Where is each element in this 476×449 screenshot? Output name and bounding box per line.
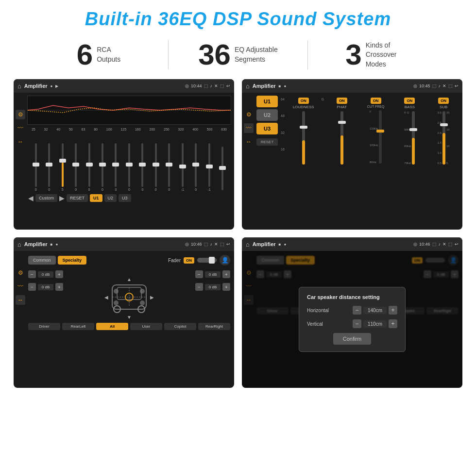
home-icon-s4[interactable]: ⌂ (246, 241, 250, 248)
loudness-slider[interactable] (302, 111, 305, 165)
eq-slider-6[interactable]: 0 (110, 143, 121, 191)
screen3-content: ⚙ 〰 ↔ Common Specialty Fader ON (14, 251, 234, 388)
horizontal-minus-btn[interactable]: − (353, 306, 361, 315)
close-icon-s3[interactable]: ✕ (214, 242, 218, 247)
close-icon-s1[interactable]: ✕ (214, 83, 218, 88)
rearright-btn-s3[interactable]: RearRight (198, 323, 230, 330)
u2-btn[interactable]: U2 (104, 194, 117, 202)
screen1-time: 10:44 (191, 83, 202, 88)
vertical-minus-btn[interactable]: − (353, 319, 361, 328)
user-btn-s3[interactable]: User (130, 323, 162, 330)
eq-slider-13[interactable]: -1 (204, 143, 215, 191)
u3-crossover-btn[interactable]: U3 (256, 123, 278, 134)
u1-crossover-btn[interactable]: U1 (256, 96, 278, 107)
eq-icon-s3[interactable]: ⚙ (16, 268, 25, 278)
specialty-tab-s3[interactable]: Specialty (58, 256, 87, 265)
custom-btn[interactable]: Custom (35, 194, 57, 202)
common-tab-s3[interactable]: Common (28, 256, 56, 265)
vol-plus-rl[interactable]: + (55, 283, 63, 291)
loudness-on-badge[interactable]: ON (298, 98, 309, 104)
vol-row-fr: − 0 dB + (195, 270, 230, 278)
horizontal-plus-btn[interactable]: + (389, 306, 397, 315)
home-icon-s2[interactable]: ⌂ (246, 83, 250, 90)
vol-minus-fl[interactable]: − (28, 270, 36, 278)
speaker-icon-s2[interactable]: ↔ (244, 137, 254, 147)
eq-slider-7[interactable]: 0 (124, 143, 135, 191)
prev-icon[interactable]: ◀ (28, 194, 34, 202)
speaker-icon-s1[interactable]: ↔ (16, 137, 25, 147)
back-icon-s3[interactable]: ↩ (226, 242, 230, 247)
vertical-plus-btn[interactable]: + (389, 319, 397, 328)
eq-slider-4[interactable]: 0 (84, 143, 95, 191)
screen4-topbar: ⌂ Amplifier ■ ● ◎ 10:46 ⬚ ♪ ✕ ⬚ ↩ (242, 237, 462, 251)
screen2-app-title: Amplifier (253, 83, 276, 89)
eq-icon-s2[interactable]: ⚙ (244, 110, 254, 119)
back-icon-s1[interactable]: ↩ (226, 83, 230, 88)
back-icon-s2[interactable]: ↩ (455, 83, 459, 88)
phat-label: PHAT (337, 105, 347, 109)
eq-slider-14[interactable] (217, 147, 228, 191)
eq-slider-9[interactable]: 0 (151, 143, 161, 191)
screen3-tabs: Common Specialty (28, 256, 86, 265)
reset-crossover-btn[interactable]: RESET (256, 138, 278, 146)
eq-freq-labels: 2532405063 80100125160200 25032040050063… (27, 128, 231, 131)
fader-slider[interactable] (197, 258, 217, 263)
eq-slider-11[interactable]: -1 (177, 143, 188, 191)
bass-on-badge[interactable]: ON (404, 98, 415, 104)
vol-minus-rl[interactable]: − (28, 283, 36, 291)
rearleft-btn-s3[interactable]: RearLeft (62, 323, 94, 330)
eq-slider-2[interactable]: 5 (57, 143, 68, 191)
close-icon-s4[interactable]: ✕ (442, 242, 446, 247)
copilot-btn-s3[interactable]: Copilot (164, 323, 196, 330)
next-icon[interactable]: ▶ (59, 194, 65, 202)
eq-slider-0[interactable]: 0 (31, 143, 41, 191)
camera-icon: ⬚ (204, 83, 208, 88)
screen2-content: ⚙ 〰 ↔ U1 U2 U3 RESET (242, 93, 462, 230)
eq-slider-3[interactable]: 0 (70, 143, 81, 191)
eq-slider-10[interactable]: 0 (164, 143, 174, 191)
all-btn-s3[interactable]: All (96, 323, 128, 330)
screen1-topbar: ⌂ Amplifier ● ▶ ◎ 10:44 ⬚ ♪ ✕ ⬚ ↩ (14, 79, 234, 93)
wave-icon-s3[interactable]: 〰 (16, 282, 25, 291)
home-icon[interactable]: ⌂ (17, 83, 21, 90)
confirm-button[interactable]: Confirm (333, 333, 372, 345)
svg-point-10 (114, 300, 119, 305)
phat-on-badge[interactable]: ON (337, 98, 347, 104)
driver-btn-s3[interactable]: Driver (28, 323, 60, 330)
vol-row-rl: − 0 dB + (28, 283, 63, 291)
cutfreq-slider[interactable] (379, 110, 382, 164)
cutfreq-on-badge[interactable]: ON (371, 98, 381, 104)
stat-rca-number: 6 (77, 40, 93, 69)
fader-on-badge[interactable]: ON (184, 257, 194, 264)
left-volume-controls: − 0 dB + − 0 dB + (28, 270, 63, 319)
u3-btn[interactable]: U3 (119, 194, 131, 202)
eq-slider-8[interactable]: 0 (137, 143, 148, 191)
u2-crossover-btn[interactable]: U2 (256, 109, 278, 121)
phat-slider[interactable] (340, 111, 343, 165)
wave-icon-s1[interactable]: 〰 (16, 123, 25, 133)
person-icon[interactable]: 👤 (220, 255, 230, 266)
sub-slider[interactable] (442, 111, 445, 165)
u1-btn[interactable]: U1 (90, 194, 102, 202)
speaker-distance-dialog: Car speaker distance setting Horizontal … (299, 287, 406, 352)
vol-plus-rr[interactable]: + (222, 283, 230, 291)
speaker-icon-s3[interactable]: ↔ (16, 295, 25, 305)
vol-plus-fl[interactable]: + (55, 270, 63, 278)
sub-on-badge[interactable]: ON (438, 98, 449, 104)
eq-slider-1[interactable]: 0 (44, 143, 54, 191)
eq-icon-s1[interactable]: ⚙ (16, 110, 25, 119)
eq-slider-5[interactable]: 0 (97, 143, 108, 191)
vol-row-rr: − 0 dB + (195, 283, 230, 291)
vol-plus-fr[interactable]: + (222, 270, 230, 278)
vertical-row: Vertical − 110cm + (307, 319, 397, 328)
screen-fader: ⌂ Amplifier ■ ● ◎ 10:46 ⬚ ♪ ✕ ⬚ ↩ ⚙ 〰 ↔ (14, 237, 234, 388)
close-icon-s2[interactable]: ✕ (442, 83, 446, 88)
bass-slider[interactable] (412, 111, 415, 165)
eq-slider-12[interactable]: 0 (190, 143, 201, 191)
back-icon-s4[interactable]: ↩ (455, 242, 459, 247)
reset-btn[interactable]: RESET (67, 194, 88, 202)
home-icon-s3[interactable]: ⌂ (17, 241, 21, 248)
vol-minus-rr[interactable]: − (195, 283, 203, 291)
vol-minus-fr[interactable]: − (195, 270, 203, 278)
wave-icon-s2[interactable]: 〰 (244, 123, 254, 133)
